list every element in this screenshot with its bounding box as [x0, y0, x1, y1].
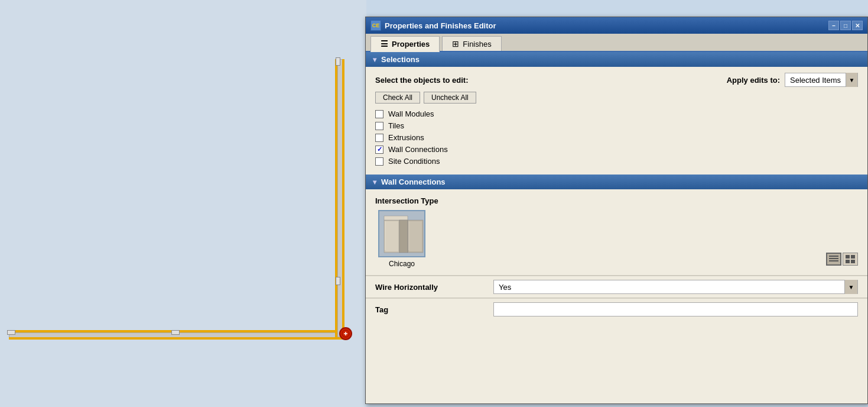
site-conditions-checkbox[interactable] [375, 157, 383, 166]
checkbox-extrusions[interactable]: Extrusions [375, 133, 858, 142]
handle-mid[interactable] [171, 330, 180, 335]
svg-marker-8 [384, 216, 408, 220]
corner-icon[interactable] [339, 327, 352, 340]
checkbox-tiles[interactable]: Tiles [375, 121, 858, 130]
check-all-button[interactable]: Check All [375, 92, 420, 104]
tiles-checkbox[interactable] [375, 122, 383, 130]
title-bar-controls: – □ ✕ [828, 21, 863, 30]
tag-label: Tag [375, 305, 493, 314]
tab-properties[interactable]: ☰ Properties [370, 36, 440, 52]
content-area: ▾ Selections Select the objects to edit:… [366, 52, 867, 320]
selections-section-title: Selections [381, 55, 420, 64]
intersection-type-label: Intersection Type [375, 196, 858, 205]
chicago-label: Chicago [389, 260, 415, 268]
wall-connections-section-header: ▾ Wall Connections [366, 175, 867, 189]
dialog-icon: CE [370, 20, 381, 31]
wall-connections-checkbox[interactable]: ✓ [375, 146, 383, 154]
apply-edits-label: Apply edits to: [727, 76, 780, 85]
apply-edits-value: Selected Items [785, 75, 846, 86]
tab-bar: ☰ Properties ⊞ Finishes [366, 34, 867, 52]
minimize-button[interactable]: – [828, 21, 839, 30]
wall-connections-label: Wall Connections [388, 145, 448, 154]
wall-connections-section-title: Wall Connections [381, 177, 446, 186]
checkmark-icon: ✓ [377, 146, 382, 153]
wall-vertical-left-line [335, 59, 337, 337]
wall-horizontal-bottom-line [9, 337, 349, 340]
extrusions-checkbox[interactable] [375, 134, 383, 142]
svg-rect-18 [851, 260, 855, 263]
wire-horizontally-label: Wire Horizontally [375, 283, 493, 292]
intersection-row: Chicago [375, 210, 858, 268]
wall-connections-body: Intersection Type [366, 189, 867, 275]
wall-modules-label: Wall Modules [388, 109, 434, 118]
title-bar: CE Properties and Finishes Editor – □ ✕ [366, 17, 867, 34]
selections-header-row: Select the objects to edit: Apply edits … [375, 73, 858, 87]
view-icons [826, 253, 858, 266]
apply-edits-dropdown[interactable]: Selected Items ▼ [785, 73, 858, 87]
checkbox-site-conditions[interactable]: Site Conditions [375, 157, 858, 166]
wire-horizontally-dropdown-arrow-icon[interactable]: ▼ [844, 280, 857, 294]
handle-left[interactable] [7, 330, 15, 335]
svg-rect-9 [399, 220, 408, 253]
wire-horizontally-dropdown[interactable]: Yes ▼ [493, 280, 858, 294]
chicago-thumbnail[interactable] [378, 210, 425, 257]
svg-rect-14 [829, 260, 838, 261]
wire-horizontally-value-area: Yes ▼ [493, 280, 858, 294]
svg-rect-12 [829, 256, 838, 257]
svg-rect-13 [829, 258, 838, 259]
wall-connections-collapse-icon[interactable]: ▾ [373, 178, 376, 186]
tiles-label: Tiles [388, 121, 404, 130]
tag-input[interactable] [493, 302, 858, 316]
wall-modules-checkbox[interactable] [375, 110, 383, 118]
tag-row: Tag [366, 298, 867, 320]
extrusions-label: Extrusions [388, 133, 424, 142]
wire-horizontally-row: Wire Horizontally Yes ▼ [366, 276, 867, 298]
handle-vmid[interactable] [336, 277, 340, 285]
svg-rect-17 [846, 260, 850, 263]
uncheck-all-button[interactable]: Uncheck All [424, 92, 476, 104]
checkbox-wall-connections[interactable]: ✓ Wall Connections [375, 145, 858, 154]
svg-rect-15 [846, 255, 850, 259]
svg-rect-7 [409, 221, 422, 251]
svg-rect-5 [385, 221, 398, 251]
svg-rect-16 [851, 255, 855, 259]
properties-tab-label: Properties [392, 40, 430, 49]
tag-value-area [493, 302, 858, 316]
chicago-thumb-inner [379, 211, 424, 256]
grid-view-button[interactable] [843, 253, 858, 266]
site-conditions-label: Site Conditions [388, 157, 440, 166]
select-objects-label: Select the objects to edit: [375, 76, 468, 85]
checkbox-wall-modules[interactable]: Wall Modules [375, 109, 858, 118]
dialog-title: Properties and Finishes Editor [385, 21, 496, 30]
selections-collapse-icon[interactable]: ▾ [373, 56, 376, 64]
check-btn-row: Check All Uncheck All [375, 92, 858, 104]
canvas-area [0, 0, 366, 407]
properties-tab-icon: ☰ [381, 39, 388, 49]
chicago-item[interactable]: Chicago [375, 210, 428, 268]
apply-edits-arrow-icon[interactable]: ▼ [846, 73, 857, 87]
close-button[interactable]: ✕ [852, 21, 863, 30]
finishes-tab-icon: ⊞ [452, 39, 459, 49]
selections-section-header: ▾ Selections [366, 52, 867, 67]
wire-horizontally-dropdown-value: Yes [494, 282, 844, 293]
wall-vertical-right-line [342, 59, 344, 337]
wall-connections-section: ▾ Wall Connections Intersection Type [366, 175, 867, 320]
maximize-button[interactable]: □ [840, 21, 851, 30]
apply-edits-area: Apply edits to: Selected Items ▼ [727, 73, 858, 87]
handle-top[interactable] [336, 57, 340, 66]
finishes-tab-label: Finishes [463, 40, 491, 49]
tab-finishes[interactable]: ⊞ Finishes [442, 36, 501, 51]
dialog: CE Properties and Finishes Editor – □ ✕ … [365, 17, 868, 404]
list-view-button[interactable] [826, 253, 841, 266]
selections-body: Select the objects to edit: Apply edits … [366, 67, 867, 175]
